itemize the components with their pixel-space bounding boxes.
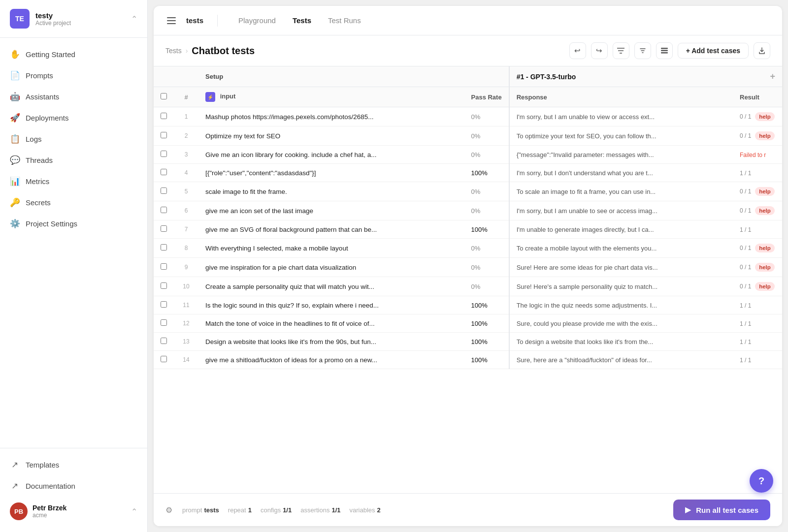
row-input[interactable]: Design a website that looks like it's fr… [198,333,464,351]
table-row[interactable]: 2Optimize my text for SEO0%To optimize y… [154,126,782,146]
row-response[interactable]: Sure, could you please provide me with t… [509,314,733,333]
sidebar-item-deployments[interactable]: 🚀 Deployments [0,107,147,128]
row-checkbox[interactable] [161,263,167,270]
row-response[interactable]: To scale an image to fit a frame, you ca… [509,182,733,201]
row-checkbox[interactable] [161,282,167,289]
row-response[interactable]: To design a website that looks like it's… [509,333,733,351]
test-table: Setup #1 - GPT-3.5-turbo + # [154,66,782,369]
row-response[interactable]: To create a mobile layout with the eleme… [509,239,733,258]
result-fail-badge: help [755,282,775,291]
help-button[interactable]: ? [750,469,773,493]
row-input[interactable]: Match the tone of voice in the headlines… [198,314,464,333]
sidebar-item-threads[interactable]: 💬 Threads [0,150,147,171]
row-checkbox[interactable] [161,151,167,157]
row-checkbox[interactable] [161,356,167,362]
table-row[interactable]: 7give me an SVG of floral background pat… [154,220,782,239]
row-checkbox[interactable] [161,319,167,326]
export-button[interactable] [754,42,770,59]
run-all-button[interactable]: ▶ Run all test cases [673,500,770,520]
row-response[interactable]: The logic in the quiz needs some adjustm… [509,296,733,314]
select-all-checkbox[interactable] [161,93,167,99]
row-input[interactable]: With everything I selected, make a mobil… [198,239,464,258]
sidebar-item-logs[interactable]: 📋 Logs [0,128,147,150]
sidebar-item-getting-started[interactable]: ✋ Getting Started [0,44,147,65]
result-fraction: 0 / 1 [740,188,751,195]
table-row[interactable]: 4[{"role":"user","content":"asdasdasd"}]… [154,164,782,182]
row-checkbox[interactable] [161,113,167,119]
row-input[interactable]: Optimize my text for SEO [198,126,464,146]
table-row[interactable]: 8With everything I selected, make a mobi… [154,239,782,258]
table-row[interactable]: 5scale image to fit the frame.0%To scale… [154,182,782,201]
undo-button[interactable]: ↩ [569,42,586,59]
project-name: testy [35,11,125,20]
sidebar-item-templates[interactable]: ↗ Templates [0,454,147,475]
table-row[interactable]: 13Design a website that looks like it's … [154,333,782,351]
row-response[interactable]: I'm sorry, but I don't understand what y… [509,164,733,182]
row-pass-rate: 0% [464,277,509,296]
table-row[interactable]: 11Is the logic sound in this quiz? If so… [154,296,782,314]
table-row[interactable]: 9give me inspiration for a pie chart dat… [154,258,782,277]
view-button[interactable] [656,42,673,59]
row-response[interactable]: I'm sorry, but I am unable to view or ac… [509,107,733,126]
settings-sliders-icon[interactable]: ⚙ [165,505,172,515]
row-response[interactable]: Sure! Here's a sample personality quiz t… [509,277,733,296]
breadcrumb: Tests › Chatbot tests [165,45,255,57]
row-checkbox[interactable] [161,207,167,213]
table-row[interactable]: 12Match the tone of voice in the headlin… [154,314,782,333]
row-response[interactable]: Sure! Here are some ideas for pie chart … [509,258,733,277]
table-row[interactable]: 3Give me an icon library for cooking. in… [154,146,782,164]
row-response[interactable]: {"message":"Invalid parameter: messages … [509,146,733,164]
user-name: Petr Brzek [33,504,66,512]
add-test-cases-button[interactable]: + Add test cases [678,43,749,59]
project-header[interactable]: TE testy Active project ⌃ [0,0,147,38]
row-pass-rate: 100% [464,333,509,351]
sidebar-item-documentation[interactable]: ↗ Documentation [0,475,147,497]
row-response[interactable]: Sure, here are a "shitload/fuckton" of i… [509,351,733,369]
tab-test-runs[interactable]: Test Runs [321,13,368,28]
table-row[interactable]: 6give me an icon set of the last image0%… [154,201,782,220]
breadcrumb-root[interactable]: Tests [165,47,182,55]
sidebar-item-metrics[interactable]: 📊 Metrics [0,171,147,192]
table-body: 1Mashup photos https://images.pexels.com… [154,107,782,369]
row-input[interactable]: Mashup photos https://images.pexels.com/… [198,107,464,126]
row-input[interactable]: give me an SVG of floral background patt… [198,220,464,239]
row-checkbox[interactable] [161,225,167,232]
row-result: 0 / 1 help [733,258,782,277]
row-checkbox[interactable] [161,188,167,194]
row-input[interactable]: give me a shitload/fuckton of ideas for … [198,351,464,369]
user-profile[interactable]: PB Petr Brzek acme ⌃ [0,497,147,526]
add-model-button[interactable]: + [770,71,775,82]
row-input[interactable]: scale image to fit the frame. [198,182,464,201]
row-input[interactable]: Give me an icon library for cooking. inc… [198,146,464,164]
row-response[interactable]: I'm sorry, but I am unable to see or acc… [509,201,733,220]
sidebar-item-secrets[interactable]: 🔑 Secrets [0,192,147,213]
row-input[interactable]: give me inspiration for a pie chart data… [198,258,464,277]
sidebar-item-project-settings[interactable]: ⚙️ Project Settings [0,213,147,234]
row-checkbox[interactable] [161,169,167,175]
row-response[interactable]: To optimize your text for SEO, you can f… [509,126,733,146]
th-model: #1 - GPT-3.5-turbo + [509,66,782,87]
row-checkbox[interactable] [161,244,167,250]
table-row[interactable]: 14give me a shitload/fuckton of ideas fo… [154,351,782,369]
result-fraction: 0 / 1 [740,113,751,120]
row-input[interactable]: Create a sample personality quiz that wi… [198,277,464,296]
table-row[interactable]: 10Create a sample personality quiz that … [154,277,782,296]
sidebar-toggle-button[interactable] [164,13,179,29]
filter-button[interactable] [613,42,629,59]
row-input[interactable]: [{"role":"user","content":"asdasdasd"}] [198,164,464,182]
row-response[interactable]: I'm unable to generate images directly, … [509,220,733,239]
row-input[interactable]: give me an icon set of the last image [198,201,464,220]
sidebar-item-assistants[interactable]: 🤖 Assistants [0,86,147,107]
sidebar-item-prompts[interactable]: 📄 Prompts [0,65,147,86]
row-checkbox[interactable] [161,301,167,308]
table-row[interactable]: 1Mashup photos https://images.pexels.com… [154,107,782,126]
row-checkbox[interactable] [161,132,167,138]
sidebar-item-label: Assistants [26,93,59,101]
row-input[interactable]: Is the logic sound in this quiz? If so, … [198,296,464,314]
row-checkbox[interactable] [161,338,167,344]
sort-button[interactable] [634,42,651,59]
tab-tests[interactable]: Tests [286,13,318,28]
tab-playground[interactable]: Playground [231,13,283,28]
chevron-icon[interactable]: ⌃ [131,14,137,24]
redo-button[interactable]: ↪ [591,42,608,59]
